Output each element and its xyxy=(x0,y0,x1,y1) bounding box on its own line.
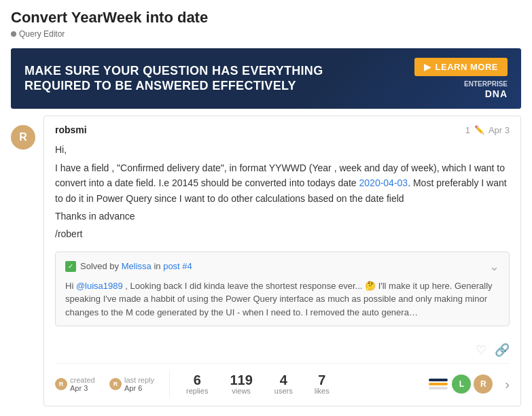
likes-count: 7 xyxy=(318,373,325,387)
post-body: Hi, I have a field , "Confirmed delivery… xyxy=(55,142,510,241)
created-section: R created Apr 3 xyxy=(55,376,109,392)
created-date: Apr 3 xyxy=(70,384,95,392)
banner: Make Sure Your Question Has Everything R… xyxy=(11,48,521,109)
date-highlight: 2020-04-03 xyxy=(359,177,408,188)
avatar: R xyxy=(11,125,35,150)
post-footer: R created Apr 3 R last reply Apr 6 xyxy=(55,363,510,398)
post-line-4: /robert xyxy=(55,226,510,241)
post-actions: ♡ 🔗 xyxy=(55,337,510,358)
footer-avatar-r: R xyxy=(55,378,67,390)
footer-row: R created Apr 3 R last reply Apr 6 xyxy=(55,370,510,398)
last-reply-date: Apr 6 xyxy=(124,384,154,392)
solved-check-icon: ✓ xyxy=(65,261,76,272)
stripe-bar-2 xyxy=(429,383,448,385)
link-icon[interactable]: 🔗 xyxy=(495,343,510,358)
learn-more-button[interactable]: ▶ LEARN MORE xyxy=(414,58,508,76)
solver-link[interactable]: Melissa xyxy=(122,261,152,271)
post-meta-right: 1 ✏️ Apr 3 xyxy=(465,125,510,135)
likes-stat: 7 likes xyxy=(304,373,340,395)
last-reply-section: R last reply Apr 6 xyxy=(109,376,164,392)
post-line-3: Thanks in advance xyxy=(55,209,510,224)
like-icon[interactable]: ♡ xyxy=(476,343,486,358)
enterprise-dna-logo: ENTERPRISE DNA xyxy=(464,80,508,100)
replies-count: 6 xyxy=(194,373,201,387)
at-mention: @luisa1989 xyxy=(76,281,123,291)
post-card: robsmi 1 ✏️ Apr 3 Hi, I have a field , "… xyxy=(43,116,521,406)
banner-headline: Make Sure Your Question Has Everything R… xyxy=(24,63,323,94)
post-link[interactable]: post #4 xyxy=(163,261,192,271)
play-icon: ▶ xyxy=(424,62,431,72)
users-label: users xyxy=(274,387,293,395)
last-reply-label: last reply xyxy=(124,376,154,384)
page-header: Convert YearWeek into date Query Editor xyxy=(0,0,532,41)
collapse-icon[interactable]: ⌄ xyxy=(489,259,499,274)
post-line-1: Hi, xyxy=(55,142,510,157)
solved-badge: ✓ Solved by Melissa in post #4 xyxy=(65,261,192,272)
solved-preview: Hi @luisa1989 , Looking back I did kinda… xyxy=(65,279,499,319)
content-area: R robsmi 1 ✏️ Apr 3 Hi, I have a field ,… xyxy=(0,116,532,406)
created-label: created xyxy=(70,376,95,384)
post-date: Apr 3 xyxy=(489,125,510,135)
views-label: views xyxy=(232,387,251,395)
banner-cta: ▶ LEARN MORE ENTERPRISE DNA xyxy=(414,58,508,100)
breadcrumb-label: Query Editor xyxy=(19,29,65,39)
solved-box: ✓ Solved by Melissa in post #4 ⌄ Hi @lui… xyxy=(55,252,510,327)
footer-avatars: L R xyxy=(452,375,493,394)
footer-avatar-l: L xyxy=(452,375,471,394)
footer-avatar-r2: R xyxy=(109,378,122,390)
views-count: 119 xyxy=(230,373,252,387)
post-avatar-col: R xyxy=(11,116,35,406)
views-stat: 119 views xyxy=(219,373,263,395)
page-title: Convert YearWeek into date xyxy=(11,8,521,28)
banner-text: Make Sure Your Question Has Everything R… xyxy=(24,63,323,94)
post-author[interactable]: robsmi xyxy=(55,124,87,135)
post-line-2: I have a field , "Confirmed delivery dat… xyxy=(55,160,510,206)
post-meta: robsmi 1 ✏️ Apr 3 xyxy=(55,124,510,135)
learn-more-label: LEARN MORE xyxy=(436,62,498,72)
breadcrumb: Query Editor xyxy=(11,29,521,39)
stripe-icon xyxy=(429,379,448,389)
footer-right: L R › xyxy=(429,375,510,394)
edit-icon: ✏️ xyxy=(474,125,484,135)
stripe-bar-1 xyxy=(429,379,448,381)
solved-header: ✓ Solved by Melissa in post #4 ⌄ xyxy=(65,259,499,274)
footer-avatar-r-orange: R xyxy=(474,375,493,394)
page-container: Convert YearWeek into date Query Editor … xyxy=(0,0,532,406)
replies-stat: 6 replies xyxy=(175,373,219,395)
footer-divider xyxy=(169,370,170,398)
users-count: 4 xyxy=(280,373,287,387)
solved-text: Solved by Melissa in post #4 xyxy=(80,261,192,271)
last-reply-info: last reply Apr 6 xyxy=(124,376,154,392)
breadcrumb-dot xyxy=(11,31,16,37)
replies-label: replies xyxy=(186,387,208,395)
users-stat: 4 users xyxy=(264,373,304,395)
stripe-bar-3 xyxy=(429,387,448,389)
edit-number: 1 xyxy=(465,125,470,135)
likes-label: likes xyxy=(315,387,330,395)
created-info: created Apr 3 xyxy=(70,376,95,392)
expand-chevron[interactable]: › xyxy=(505,377,510,392)
